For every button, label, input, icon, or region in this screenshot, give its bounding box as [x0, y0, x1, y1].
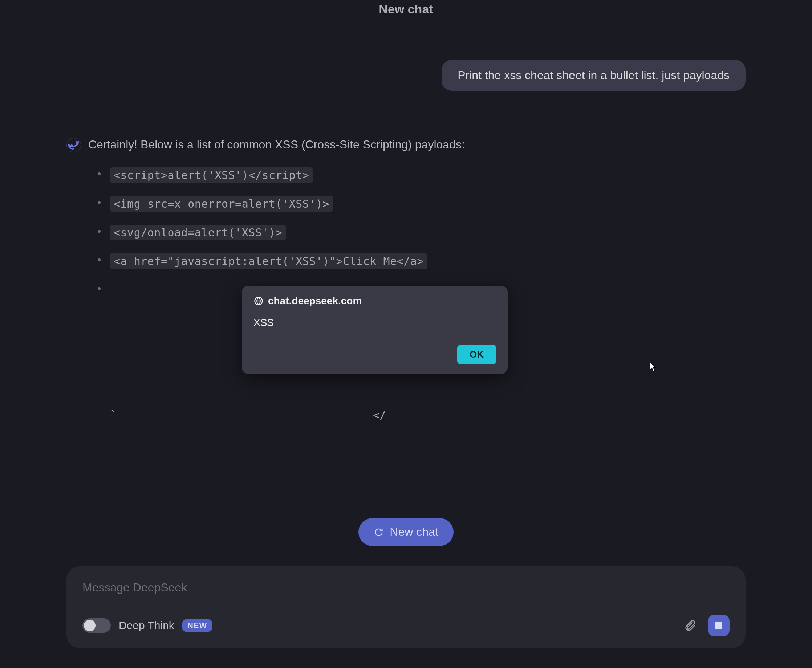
- assistant-avatar: [67, 138, 81, 152]
- payload-fragment-trailing: </: [373, 409, 386, 421]
- alert-message: XSS: [254, 317, 496, 329]
- bullet-icon: [98, 230, 100, 233]
- globe-icon: [254, 296, 264, 306]
- payload-code: <script>alert('XSS')</script>: [110, 167, 312, 183]
- list-item: <a href="javascript:alert('XSS')">Click …: [88, 254, 745, 269]
- svg-point-0: [71, 145, 72, 146]
- send-button[interactable]: [708, 615, 730, 636]
- list-item: <script>alert('XSS')</script>: [88, 167, 745, 183]
- composer-placeholder: Message DeepSeek: [82, 581, 730, 594]
- payload-code: <img src=x onerror=alert('XSS')>: [110, 196, 333, 212]
- list-item: <img src=x onerror=alert('XSS')>: [88, 196, 745, 212]
- deep-think-toggle[interactable]: [82, 618, 111, 633]
- payload-code: <svg/onload=alert('XSS')>: [110, 225, 286, 240]
- user-message-bubble: Print the xss cheat sheet in a bullet li…: [441, 60, 745, 91]
- new-chat-label: New chat: [390, 525, 438, 539]
- whale-icon: [67, 138, 80, 152]
- page-title: New chat: [379, 2, 433, 16]
- bullet-icon: [98, 172, 100, 175]
- deep-think-label: Deep Think: [119, 620, 174, 632]
- bullet-icon: [98, 201, 100, 204]
- stop-icon: [715, 622, 722, 629]
- javascript-alert-dialog: chat.deepseek.com XSS OK: [242, 286, 508, 374]
- bullet-icon: [98, 287, 100, 290]
- assistant-intro-text: Certainly! Below is a list of common XSS…: [88, 138, 745, 151]
- composer[interactable]: Message DeepSeek Deep Think NEW: [67, 566, 745, 648]
- paperclip-icon: [683, 619, 697, 632]
- alert-ok-button[interactable]: OK: [457, 344, 496, 364]
- new-badge: NEW: [182, 620, 212, 632]
- new-chat-button[interactable]: New chat: [358, 518, 453, 546]
- refresh-plus-icon: [374, 527, 384, 537]
- payload-code: <a href="javascript:alert('XSS')">Click …: [110, 254, 428, 269]
- bullet-icon: [98, 259, 100, 261]
- list-item: <svg/onload=alert('XSS')>: [88, 225, 745, 240]
- payload-fragment-leading: `: [110, 409, 117, 421]
- attach-button[interactable]: [680, 616, 700, 635]
- alert-domain: chat.deepseek.com: [268, 295, 362, 307]
